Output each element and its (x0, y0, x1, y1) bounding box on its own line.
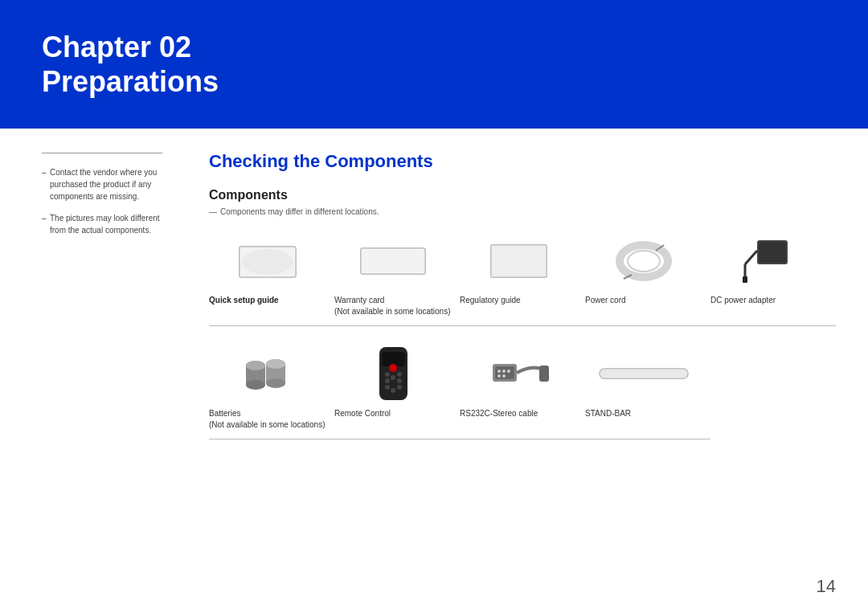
svg-point-34 (389, 364, 397, 372)
svg-point-27 (397, 372, 402, 377)
component-rs232c: RS232C-Stereo cable (460, 345, 585, 439)
components-heading: Components (209, 188, 836, 202)
svg-point-18 (246, 380, 265, 390)
page-number: 14 (817, 576, 836, 597)
header-text: Chapter 02 Preparations (42, 30, 219, 99)
svg-point-40 (497, 374, 501, 378)
section-title: Checking the Components (209, 151, 836, 172)
power-cord-img (585, 232, 702, 288)
dc-adapter-img (710, 232, 828, 288)
svg-point-21 (266, 378, 285, 388)
component-remote: Remote Control (334, 345, 460, 439)
svg-rect-42 (539, 366, 549, 382)
sidebar-note-2: The pictures may look different from the… (42, 212, 161, 236)
svg-point-23 (266, 359, 285, 369)
svg-point-8 (628, 251, 660, 272)
svg-point-32 (397, 385, 402, 390)
regulatory-img (460, 232, 577, 288)
svg-point-30 (391, 375, 395, 380)
svg-point-39 (507, 370, 510, 373)
rs232c-img (460, 345, 577, 402)
components-note: Components may differ in different locat… (209, 207, 836, 216)
content-wrapper: Checking the Components Components Compo… (177, 129, 868, 613)
chapter-subtitle: Preparations (42, 64, 219, 99)
quick-setup-label: Quick setup guide (209, 295, 279, 306)
sidebar-divider (42, 153, 162, 153)
main-layout: Contact the vendor where you purchased t… (0, 129, 868, 613)
svg-point-29 (397, 378, 402, 383)
component-regulatory: Regulatory guide (460, 232, 585, 326)
remote-img (334, 345, 452, 402)
regulatory-label: Regulatory guide (460, 295, 521, 306)
dc-adapter-label: DC power adapter (710, 295, 776, 306)
sidebar: Contact the vendor where you purchased t… (0, 129, 177, 613)
components-row-1: Quick setup guide Warranty card (No (209, 232, 836, 326)
component-dc-adapter: DC power adapter (710, 232, 836, 326)
quick-setup-img (209, 232, 326, 288)
svg-point-33 (391, 388, 395, 393)
power-cord-label: Power cord (585, 295, 626, 306)
component-warranty: Warranty card (Not available in some loc… (334, 232, 460, 326)
content: Checking the Components Components Compo… (177, 129, 868, 613)
stand-bar-img (585, 345, 702, 402)
svg-rect-4 (361, 248, 425, 274)
batteries-label: Batteries (Not available in some locatio… (209, 408, 326, 431)
warranty-img (334, 232, 452, 288)
svg-point-31 (385, 385, 390, 390)
svg-point-22 (246, 361, 265, 370)
components-row-2: Batteries (Not available in some locatio… (209, 345, 836, 439)
svg-rect-15 (743, 276, 747, 283)
svg-point-26 (385, 372, 390, 377)
component-batteries: Batteries (Not available in some locatio… (209, 345, 334, 439)
component-empty (710, 345, 836, 439)
svg-point-2 (242, 249, 293, 275)
remote-label: Remote Control (334, 408, 391, 419)
svg-point-38 (502, 370, 506, 373)
rs232c-label: RS232C-Stereo cable (460, 408, 538, 419)
stand-bar-label: STAND-BAR (585, 408, 631, 419)
svg-point-28 (385, 378, 390, 383)
warranty-label: Warranty card (Not available in some loc… (334, 295, 451, 317)
component-power-cord: Power cord (585, 232, 710, 326)
batteries-img (209, 345, 326, 402)
header: Chapter 02 Preparations (0, 0, 868, 129)
chapter-label: Chapter 02 (42, 30, 219, 64)
svg-point-37 (497, 370, 501, 373)
svg-rect-44 (600, 369, 688, 378)
svg-rect-6 (491, 245, 547, 277)
sidebar-note-1: Contact the vendor where you purchased t… (42, 166, 161, 202)
component-quick-setup: Quick setup guide (209, 232, 334, 326)
component-stand-bar: STAND-BAR (585, 345, 710, 439)
svg-line-13 (745, 251, 757, 264)
svg-point-41 (502, 374, 506, 378)
components-grid: Quick setup guide Warranty card (No (209, 232, 836, 439)
svg-rect-12 (759, 242, 786, 263)
